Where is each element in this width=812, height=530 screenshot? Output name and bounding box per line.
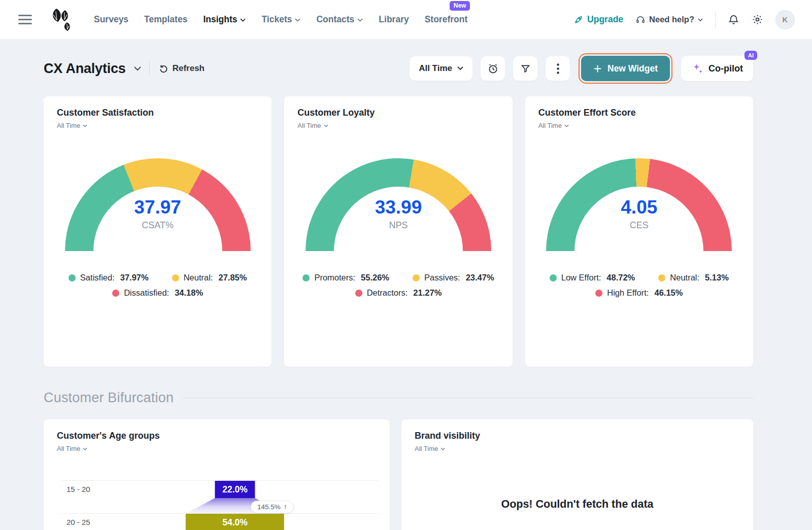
card-time-filter[interactable]: All Time <box>415 445 445 452</box>
legend-item: Satisfied:37.97% <box>69 273 149 282</box>
legend-item: Neutral:27.85% <box>172 273 247 282</box>
legend-item: High Effort:46.15% <box>595 288 683 298</box>
gear-icon <box>752 14 763 25</box>
gauge-legend: Promoters:55.26% Passives:23.47% Detract… <box>297 273 499 298</box>
divider <box>183 398 753 398</box>
chevron-down-icon <box>83 124 87 127</box>
chevron-down-icon <box>324 124 328 127</box>
chevron-down-icon <box>441 447 445 450</box>
top-navigation: Surveys Templates Insights Tickets Conta… <box>0 0 812 40</box>
gauge-legend: Satisfied:37.97% Neutral:27.85% Dissatis… <box>57 273 258 298</box>
schedule-report-button[interactable] <box>481 56 505 81</box>
chevron-down-icon <box>134 66 141 71</box>
ai-badge: AI <box>745 51 757 60</box>
settings-gear-button[interactable] <box>752 14 763 25</box>
legend-dot <box>69 274 76 281</box>
divider <box>149 61 150 76</box>
card-title: Customer Satisfaction <box>57 108 258 118</box>
page-header: CX Analytics Refresh All Time <box>44 56 753 81</box>
funnel-bar: 22.0% <box>215 481 255 498</box>
card-time-filter[interactable]: All Time <box>57 122 87 129</box>
gauge-legend: Low Effort:48.72% Neutral:5.13% High Eff… <box>538 273 740 298</box>
time-range-dropdown[interactable]: All Time <box>410 56 472 81</box>
sparkles-icon <box>691 62 704 75</box>
upgrade-button[interactable]: Upgrade <box>573 14 623 25</box>
leaf-logo-icon <box>46 7 73 33</box>
legend-item: Neutral:5.13% <box>658 273 729 282</box>
chevron-down-icon <box>240 18 246 22</box>
refresh-icon <box>159 64 168 74</box>
app-logo <box>46 7 73 33</box>
card-title: Customer Loyalty <box>297 108 499 118</box>
nav-items: Surveys Templates Insights Tickets Conta… <box>94 14 467 25</box>
legend-item: Detractors:21.27% <box>355 288 442 298</box>
legend-dot <box>658 274 665 281</box>
chevron-down-icon <box>457 66 463 70</box>
plus-icon <box>593 64 602 73</box>
funnel-chart: 22.0% 54.0% <box>144 419 326 530</box>
legend-item: Dissatisfied:34.18% <box>112 288 203 298</box>
notifications-bell-button[interactable] <box>728 14 739 25</box>
bottom-cards-row: Customer's Age groups All Time 15 - 20 2… <box>44 419 753 530</box>
copilot-button[interactable]: Co-pilot AI <box>681 56 753 81</box>
nav-item-insights[interactable]: Insights <box>203 14 246 25</box>
ces-gauge-chart: 4.05 CES <box>546 158 732 252</box>
dashboard-switcher-chevron[interactable] <box>134 66 141 71</box>
rocket-icon <box>573 15 584 25</box>
legend-item: Passives:23.47% <box>413 273 494 282</box>
card-time-filter[interactable]: All Time <box>538 122 569 129</box>
more-options-button[interactable] <box>546 56 570 81</box>
gauge-metric-label: NPS <box>306 220 491 231</box>
legend-dot <box>172 274 179 281</box>
kebab-menu-icon <box>557 63 559 74</box>
chevron-down-icon <box>357 18 363 22</box>
funnel-category-label: 15 - 20 <box>66 485 90 493</box>
gauge-value: 4.05 <box>546 197 732 218</box>
gauge-metric-label: CES <box>546 220 732 231</box>
new-widget-button[interactable]: New Widget <box>581 56 670 81</box>
legend-dot <box>355 290 362 297</box>
need-help-button[interactable]: Need help? <box>635 15 703 25</box>
legend-dot <box>550 274 557 281</box>
customer-loyalty-card: Customer Loyalty All Time 33.99 NPS Prom… <box>284 96 512 367</box>
funnel-transition <box>144 498 326 514</box>
new-badge: New <box>450 1 470 11</box>
hamburger-menu-button[interactable] <box>15 12 35 27</box>
legend-dot <box>413 274 420 281</box>
nav-item-surveys[interactable]: Surveys <box>94 14 128 25</box>
chevron-down-icon <box>295 18 300 22</box>
customer-effort-score-card: Customer Effort Score All Time 4.05 CES … <box>525 96 753 367</box>
brand-visibility-card: Brand visibility All Time Oops! Couldn't… <box>401 419 753 530</box>
csat-gauge-chart: 37.97 CSAT% <box>65 158 251 252</box>
card-title: Brand visibility <box>415 431 740 441</box>
gauge-value: 33.99 <box>306 197 491 218</box>
arrow-up-icon: ↑ <box>284 503 287 511</box>
legend-item: Low Effort:48.72% <box>550 273 635 282</box>
user-avatar[interactable]: K <box>775 10 795 29</box>
nav-item-templates[interactable]: Templates <box>144 14 187 25</box>
card-time-filter[interactable]: All Time <box>57 445 87 452</box>
legend-item: Promoters:55.26% <box>302 273 389 282</box>
card-title: Customer Effort Score <box>538 108 740 118</box>
age-groups-card: Customer's Age groups All Time 15 - 20 2… <box>44 419 390 530</box>
nav-item-tickets[interactable]: Tickets <box>261 14 300 25</box>
legend-dot <box>112 290 119 297</box>
gauge-metric-label: CSAT% <box>65 220 251 231</box>
nav-item-storefront[interactable]: Storefront New <box>425 14 468 25</box>
headset-icon <box>635 15 646 25</box>
funnel-category-label: 20 - 25 <box>66 518 90 526</box>
filter-funnel-icon <box>520 63 531 74</box>
nav-item-contacts[interactable]: Contacts <box>316 14 363 25</box>
divider <box>715 12 716 27</box>
refresh-button[interactable]: Refresh <box>159 63 205 74</box>
legend-dot <box>302 274 310 281</box>
card-time-filter[interactable]: All Time <box>297 122 328 129</box>
change-badge: 145.5% ↑ <box>251 501 294 513</box>
bell-icon <box>728 14 739 25</box>
filter-button[interactable] <box>513 56 537 81</box>
funnel-bar: 54.0% <box>186 514 284 530</box>
section-title: Customer Bifurcation <box>44 390 174 406</box>
nav-right-actions: Upgrade Need help? K <box>573 10 795 29</box>
customer-satisfaction-card: Customer Satisfaction All Time 37.97 CSA… <box>44 96 272 367</box>
nav-item-library[interactable]: Library <box>379 14 409 25</box>
